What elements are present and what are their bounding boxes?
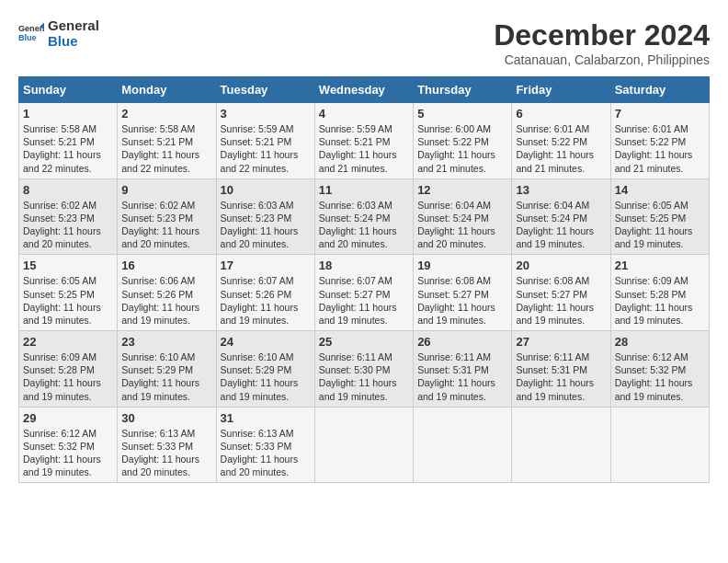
day-info: Sunrise: 6:07 AMSunset: 5:26 PMDaylight:… [221, 275, 299, 326]
day-info: Sunrise: 6:03 AMSunset: 5:23 PMDaylight:… [221, 200, 299, 250]
calendar-cell: 7 Sunrise: 6:01 AMSunset: 5:22 PMDayligh… [610, 103, 709, 179]
calendar-cell: 3 Sunrise: 5:59 AMSunset: 5:21 PMDayligh… [216, 103, 314, 179]
calendar-cell: 9 Sunrise: 6:02 AMSunset: 5:23 PMDayligh… [118, 178, 216, 255]
calendar-cell: 18 Sunrise: 6:07 AMSunset: 5:27 PMDaylig… [314, 255, 413, 331]
day-number: 12 [417, 183, 507, 197]
day-info: Sunrise: 6:04 AMSunset: 5:24 PMDaylight:… [516, 200, 594, 250]
header-saturday: Saturday [610, 77, 709, 103]
calendar-week-row: 29 Sunrise: 6:12 AMSunset: 5:32 PMDaylig… [19, 407, 710, 483]
day-number: 16 [121, 259, 211, 272]
day-number: 5 [417, 107, 507, 121]
calendar-cell: 28 Sunrise: 6:12 AMSunset: 5:32 PMDaylig… [610, 331, 709, 408]
day-info: Sunrise: 6:13 AMSunset: 5:33 PMDaylight:… [121, 428, 199, 478]
day-info: Sunrise: 5:58 AMSunset: 5:21 PMDaylight:… [121, 123, 199, 174]
calendar-cell: 30 Sunrise: 6:13 AMSunset: 5:33 PMDaylig… [118, 407, 216, 483]
calendar-cell: 2 Sunrise: 5:58 AMSunset: 5:21 PMDayligh… [118, 103, 216, 179]
day-info: Sunrise: 6:02 AMSunset: 5:23 PMDaylight:… [23, 200, 101, 250]
svg-text:Blue: Blue [18, 33, 37, 42]
day-info: Sunrise: 6:10 AMSunset: 5:29 PMDaylight:… [221, 351, 299, 402]
calendar-cell: 4 Sunrise: 5:59 AMSunset: 5:21 PMDayligh… [314, 103, 413, 179]
day-number: 4 [319, 107, 409, 121]
calendar-cell: 24 Sunrise: 6:10 AMSunset: 5:29 PMDaylig… [216, 331, 314, 408]
header-friday: Friday [512, 77, 610, 103]
day-number: 17 [221, 259, 311, 272]
location-subtitle: Catanauan, Calabarzon, Philippines [494, 52, 710, 67]
day-info: Sunrise: 6:08 AMSunset: 5:27 PMDaylight:… [417, 275, 495, 326]
calendar-cell: 25 Sunrise: 6:11 AMSunset: 5:30 PMDaylig… [314, 331, 413, 408]
day-info: Sunrise: 5:59 AMSunset: 5:21 PMDaylight:… [221, 123, 299, 174]
day-number: 10 [221, 183, 311, 197]
svg-text:General: General [18, 24, 44, 33]
day-info: Sunrise: 6:13 AMSunset: 5:33 PMDaylight:… [221, 428, 299, 478]
day-number: 13 [516, 183, 606, 197]
day-info: Sunrise: 5:58 AMSunset: 5:21 PMDaylight:… [23, 123, 101, 174]
day-number: 23 [121, 335, 211, 349]
month-year-title: December 2024 [494, 18, 710, 52]
day-info: Sunrise: 6:07 AMSunset: 5:27 PMDaylight:… [319, 275, 397, 326]
day-number: 29 [23, 411, 113, 425]
day-info: Sunrise: 6:05 AMSunset: 5:25 PMDaylight:… [615, 200, 693, 250]
day-number: 21 [615, 259, 705, 272]
day-info: Sunrise: 6:01 AMSunset: 5:22 PMDaylight:… [615, 123, 693, 174]
day-info: Sunrise: 6:12 AMSunset: 5:32 PMDaylight:… [23, 428, 101, 478]
calendar-cell: 1 Sunrise: 5:58 AMSunset: 5:21 PMDayligh… [19, 103, 118, 179]
day-info: Sunrise: 6:11 AMSunset: 5:31 PMDaylight:… [417, 351, 495, 402]
day-number: 14 [615, 183, 705, 197]
day-info: Sunrise: 6:09 AMSunset: 5:28 PMDaylight:… [615, 275, 693, 326]
calendar-cell: 11 Sunrise: 6:03 AMSunset: 5:24 PMDaylig… [314, 178, 413, 255]
calendar-cell: 13 Sunrise: 6:04 AMSunset: 5:24 PMDaylig… [512, 178, 610, 255]
calendar-cell: 15 Sunrise: 6:05 AMSunset: 5:25 PMDaylig… [19, 255, 118, 331]
calendar-week-row: 22 Sunrise: 6:09 AMSunset: 5:28 PMDaylig… [19, 331, 710, 408]
day-info: Sunrise: 6:11 AMSunset: 5:30 PMDaylight:… [319, 351, 397, 402]
day-number: 9 [121, 183, 211, 197]
day-number: 28 [615, 335, 705, 349]
day-number: 6 [516, 107, 606, 121]
day-number: 30 [121, 411, 211, 425]
calendar-cell: 22 Sunrise: 6:09 AMSunset: 5:28 PMDaylig… [19, 331, 118, 408]
calendar-cell: 17 Sunrise: 6:07 AMSunset: 5:26 PMDaylig… [216, 255, 314, 331]
calendar-cell: 21 Sunrise: 6:09 AMSunset: 5:28 PMDaylig… [610, 255, 709, 331]
calendar-cell: 6 Sunrise: 6:01 AMSunset: 5:22 PMDayligh… [512, 103, 610, 179]
day-info: Sunrise: 6:03 AMSunset: 5:24 PMDaylight:… [319, 200, 397, 250]
day-number: 22 [23, 335, 113, 349]
title-block: December 2024 Catanauan, Calabarzon, Phi… [494, 18, 710, 67]
page-header: General Blue General Blue December 2024 … [18, 18, 710, 67]
calendar-week-row: 8 Sunrise: 6:02 AMSunset: 5:23 PMDayligh… [19, 178, 710, 255]
day-number: 3 [221, 107, 311, 121]
day-info: Sunrise: 6:01 AMSunset: 5:22 PMDaylight:… [516, 123, 594, 174]
day-number: 31 [221, 411, 311, 425]
calendar-cell [610, 407, 709, 483]
calendar-cell [512, 407, 610, 483]
day-number: 24 [221, 335, 311, 349]
logo-line1: General [48, 18, 99, 34]
day-number: 18 [319, 259, 409, 272]
calendar-header-row: SundayMondayTuesdayWednesdayThursdayFrid… [19, 77, 710, 103]
day-number: 27 [516, 335, 606, 349]
day-number: 8 [23, 183, 113, 197]
header-thursday: Thursday [414, 77, 512, 103]
logo-line2: Blue [48, 34, 99, 50]
calendar-cell: 26 Sunrise: 6:11 AMSunset: 5:31 PMDaylig… [414, 331, 512, 408]
calendar-table: SundayMondayTuesdayWednesdayThursdayFrid… [18, 76, 710, 483]
calendar-cell: 29 Sunrise: 6:12 AMSunset: 5:32 PMDaylig… [19, 407, 118, 483]
header-wednesday: Wednesday [314, 77, 413, 103]
calendar-cell: 23 Sunrise: 6:10 AMSunset: 5:29 PMDaylig… [118, 331, 216, 408]
day-info: Sunrise: 6:09 AMSunset: 5:28 PMDaylight:… [23, 351, 101, 402]
calendar-cell: 8 Sunrise: 6:02 AMSunset: 5:23 PMDayligh… [19, 178, 118, 255]
day-info: Sunrise: 6:02 AMSunset: 5:23 PMDaylight:… [121, 200, 199, 250]
header-monday: Monday [118, 77, 216, 103]
day-info: Sunrise: 6:08 AMSunset: 5:27 PMDaylight:… [516, 275, 594, 326]
calendar-cell [314, 407, 413, 483]
calendar-cell: 27 Sunrise: 6:11 AMSunset: 5:31 PMDaylig… [512, 331, 610, 408]
calendar-cell: 16 Sunrise: 6:06 AMSunset: 5:26 PMDaylig… [118, 255, 216, 331]
calendar-week-row: 15 Sunrise: 6:05 AMSunset: 5:25 PMDaylig… [19, 255, 710, 331]
calendar-cell [414, 407, 512, 483]
day-number: 15 [23, 259, 113, 272]
calendar-cell: 12 Sunrise: 6:04 AMSunset: 5:24 PMDaylig… [414, 178, 512, 255]
calendar-week-row: 1 Sunrise: 5:58 AMSunset: 5:21 PMDayligh… [19, 103, 710, 179]
day-info: Sunrise: 5:59 AMSunset: 5:21 PMDaylight:… [319, 123, 397, 174]
calendar-cell: 31 Sunrise: 6:13 AMSunset: 5:33 PMDaylig… [216, 407, 314, 483]
day-number: 7 [615, 107, 705, 121]
day-info: Sunrise: 6:05 AMSunset: 5:25 PMDaylight:… [23, 275, 101, 326]
day-number: 2 [121, 107, 211, 121]
